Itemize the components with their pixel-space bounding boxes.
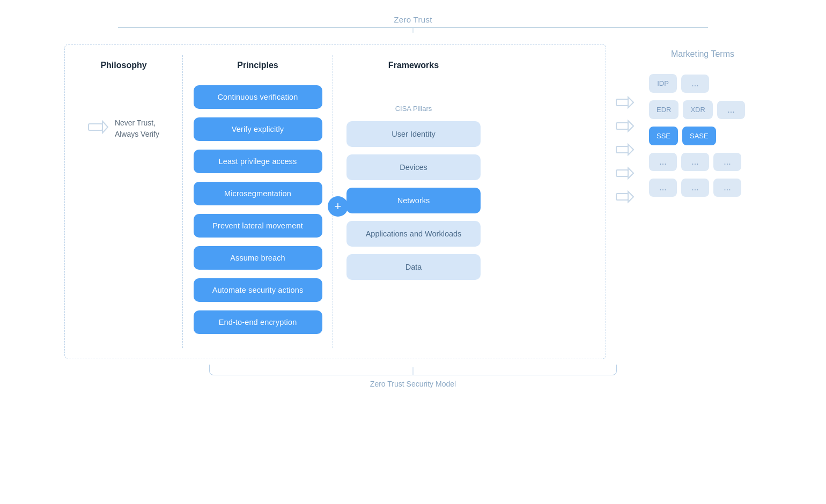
svg-rect-0	[88, 124, 102, 130]
principle-verify-explicitly[interactable]: Verify explicitly	[194, 117, 322, 141]
arrow-user-identity	[616, 95, 634, 112]
top-line	[118, 27, 708, 28]
philosophy-arrow-icon	[88, 119, 108, 139]
mkt-badge-dots-1: ...	[681, 75, 709, 93]
mkt-badge-dots-2: ...	[717, 101, 745, 119]
arrow-networks	[616, 143, 634, 159]
plus-icon: +	[328, 196, 348, 217]
svg-rect-8	[616, 170, 628, 176]
svg-rect-6	[616, 146, 628, 153]
marketing-row-1: IDP ...	[649, 74, 709, 93]
mkt-badge-idp[interactable]: IDP	[649, 74, 677, 93]
principle-continuous-verification[interactable]: Continuous verification	[194, 85, 322, 109]
framework-data[interactable]: Data	[346, 254, 481, 280]
cisa-label: CISA Pillars	[395, 105, 432, 113]
mkt-badge-dots-5a: ...	[649, 179, 677, 197]
mkt-badge-dots-4b: ...	[681, 153, 709, 171]
mkt-badge-dots-4a: ...	[649, 153, 677, 171]
col-principles: Principles Continuous verification Verif…	[183, 55, 333, 348]
arrow-data	[616, 190, 634, 206]
frameworks-header: Frameworks	[388, 61, 439, 70]
diagram: Philosophy Never Trust, Always Verify	[64, 44, 762, 359]
bottom-label: Zero Trust Security Model	[370, 380, 456, 388]
marketing-row-2: EDR XDR ...	[649, 100, 745, 119]
svg-rect-4	[616, 123, 628, 129]
marketing-row-5: ... ... ...	[649, 179, 741, 197]
svg-marker-3	[628, 97, 633, 108]
bottom-bracket	[209, 365, 617, 375]
marketing-header: Marketing Terms	[649, 49, 756, 59]
framework-user-identity[interactable]: User Identity	[346, 121, 481, 147]
mkt-badge-sase[interactable]: SASE	[682, 127, 716, 145]
mkt-badge-sse[interactable]: SSE	[649, 127, 678, 145]
arrow-devices	[616, 119, 634, 135]
philosophy-content: Never Trust, Always Verify	[76, 117, 172, 140]
principles-header: Principles	[237, 61, 278, 70]
svg-rect-2	[616, 99, 628, 106]
top-line-tick	[413, 27, 414, 33]
col-philosophy: Philosophy Never Trust, Always Verify	[65, 55, 183, 348]
svg-marker-5	[628, 121, 633, 131]
bottom-section: Zero Trust Security Model	[198, 365, 628, 388]
principle-prevent-lateral[interactable]: Prevent lateral movement	[194, 214, 322, 238]
svg-marker-7	[628, 144, 633, 155]
marketing-row-4: ... ... ...	[649, 153, 741, 171]
zero-trust-label: Zero Trust	[394, 15, 432, 24]
principle-microsegmentation[interactable]: Microsegmentation	[194, 182, 322, 205]
mkt-badge-dots-5b: ...	[681, 179, 709, 197]
inner-box: Philosophy Never Trust, Always Verify	[64, 44, 606, 359]
framework-devices[interactable]: Devices	[346, 154, 481, 180]
philosophy-text: Never Trust, Always Verify	[115, 117, 159, 140]
svg-rect-10	[616, 194, 628, 200]
framework-networks[interactable]: Networks	[346, 188, 481, 213]
principle-least-privilege[interactable]: Least privilege access	[194, 150, 322, 173]
arrow-applications	[616, 166, 634, 182]
page-container: Zero Trust Philosophy Never T	[0, 0, 826, 504]
bottom-tick	[413, 367, 414, 375]
top-label-container: Zero Trust	[118, 15, 708, 28]
col-frameworks: Frameworks CISA Pillars User Identity De…	[333, 55, 494, 348]
svg-marker-1	[102, 121, 108, 133]
svg-marker-9	[628, 168, 633, 179]
mkt-badge-dots-5c: ...	[713, 179, 741, 197]
marketing-row-3: SSE SASE	[649, 127, 716, 145]
principle-assume-breach[interactable]: Assume breach	[194, 246, 322, 270]
philosophy-header: Philosophy	[76, 61, 172, 70]
framework-applications-workloads[interactable]: Applications and Workloads	[346, 221, 481, 247]
principle-end-to-end[interactable]: End-to-end encryption	[194, 310, 322, 334]
col-marketing: Marketing Terms IDP ... EDR XDR ... SSE …	[644, 44, 762, 210]
mkt-badge-dots-4c: ...	[713, 153, 741, 171]
svg-marker-11	[628, 191, 633, 202]
mkt-badge-xdr[interactable]: XDR	[683, 100, 712, 119]
arrow-col	[606, 44, 644, 206]
principle-automate-security[interactable]: Automate security actions	[194, 278, 322, 302]
mkt-badge-edr[interactable]: EDR	[649, 100, 678, 119]
